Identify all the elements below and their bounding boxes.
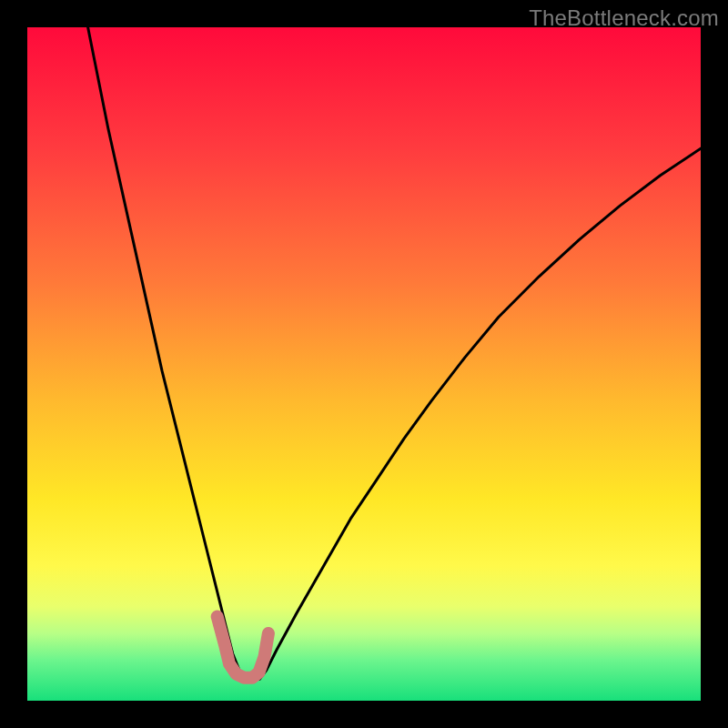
chart-plot-area xyxy=(27,27,701,701)
chart-frame: TheBottleneck.com xyxy=(0,0,728,728)
chart-background xyxy=(27,27,701,701)
chart-svg xyxy=(27,27,701,701)
